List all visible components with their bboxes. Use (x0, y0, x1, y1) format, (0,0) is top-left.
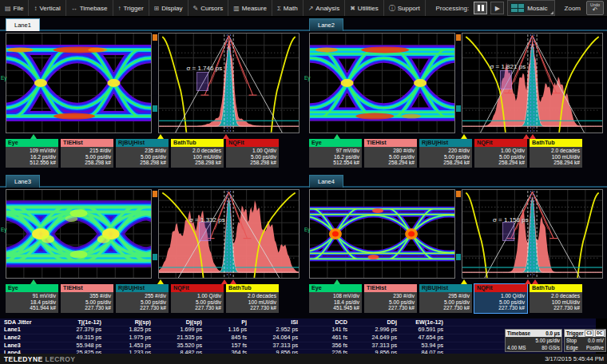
mosaic-select[interactable]: Mosaic (507, 0, 554, 16)
descriptor-rjbujhist[interactable]: RjBUjHist255 #/div5.00 ps/div227.730 k# (116, 284, 169, 313)
jitter-value: 1.453 ps (105, 342, 155, 350)
eye-marker-triangle (30, 279, 37, 284)
nqfit-bathtub-plot[interactable] (462, 189, 603, 279)
descriptor-bathtub[interactable]: BathTub2.0 decades100 mUI/div227.730 k# (530, 284, 582, 313)
descriptor-title: BathTub (171, 139, 224, 147)
lane-tab-lane2[interactable]: Lane2 (309, 18, 343, 31)
descriptor-value: 258.298 k# (63, 160, 111, 166)
descriptor-value: 227.730 k# (228, 305, 276, 311)
sigma-annotation: σ = 1.158 ps (493, 216, 529, 224)
jitter-table-title: SDA Jitter (0, 318, 53, 326)
jitter-value: 21.535 ps (155, 334, 206, 342)
descriptor-value: 451.945 k# (311, 305, 359, 311)
menu-item-cursors[interactable]: ✎Cursors (188, 0, 229, 16)
menu-item-display[interactable]: ⊞Display (149, 0, 188, 16)
menu-item-math[interactable]: ΣMath (272, 0, 304, 16)
play-button[interactable]: ▶ (490, 2, 504, 14)
menu-item-support[interactable]: ⓘSupport (384, 0, 426, 16)
eye-diagram-plot[interactable] (6, 189, 152, 279)
menu-item-trigger[interactable]: ↑Trigger (113, 0, 149, 16)
descriptor-tiehist[interactable]: TIEHist280 #/div5.00 ps/div258.294 k# (364, 139, 417, 168)
eye-diagram-plot[interactable] (309, 189, 455, 279)
descriptor-rjbujhist[interactable]: RjBUjHist235 #/div5.00 ps/div258.298 k# (116, 139, 169, 168)
descriptor-value: 108 mV/div (311, 293, 359, 299)
descriptor-value: 451.944 k# (8, 305, 56, 311)
menu-item-analysis[interactable]: ↗Analysis (304, 0, 346, 16)
descriptor-value: 100 mUI/div (532, 299, 580, 306)
descriptor-title: NQFit (226, 139, 279, 147)
descriptor-tiehist[interactable]: TIEHist230 #/div5.00 ps/div227.730 k# (364, 284, 417, 313)
undo-button[interactable]: Undo↶ (586, 1, 604, 15)
descriptor-title: RjBUjHist (419, 139, 472, 147)
eye-diagram-plot[interactable] (309, 33, 455, 133)
trigger-box[interactable]: TriggerC3DC Stop0.0 mV EdgePositive (564, 329, 606, 352)
pause-button[interactable] (474, 2, 487, 14)
jitter-row-name: Lane2 (0, 334, 53, 342)
menu-item-vertical[interactable]: ↕Vertical (29, 0, 65, 16)
vertical-icon: ↕ (34, 5, 37, 12)
descriptor-bathtub[interactable]: BathTub2.0 decades100 mUI/div258.294 k# (530, 139, 582, 168)
nqfit-bathtub-plot[interactable] (462, 33, 603, 133)
histogram-trace-marker (456, 254, 461, 260)
processing-label: Processing: (435, 5, 469, 12)
jitter-value: 47.654 ps (401, 334, 447, 342)
jitter-value: 157 fs (206, 342, 251, 350)
descriptor-bathtub[interactable]: BathTub2.0 decades100 mUI/div258.298 k# (171, 139, 224, 168)
menu-item-measure[interactable]: ▥Measure (228, 0, 272, 16)
descriptor-eye[interactable]: Eye109 mV/div16.2 ps/div512.556 k# (6, 139, 58, 168)
timebase-box[interactable]: Timebase0.0 µs 5.00 µs/div 4.00 MS80 GS/… (505, 329, 562, 352)
nqfit-bathtub-plot[interactable] (158, 189, 300, 279)
zoom-button[interactable]: Zoom (565, 5, 581, 12)
bathtub-marker-triangle (461, 279, 467, 284)
descriptor-bathtub[interactable]: BathTub2.0 decades100 mUI/div227.730 k# (226, 284, 279, 313)
menu-item-utilities[interactable]: ✖Utilities (345, 0, 383, 16)
eye-trace-label: Ey (1, 75, 7, 81)
descriptor-value: 1.00 Q/div (477, 293, 525, 299)
timebase-label: Timebase (507, 330, 530, 337)
lane-quadrant-lane3: Lane3σ = 1.332 psEyEye91 mV/div18.4 ps/d… (0, 174, 304, 318)
descriptor-title: Eye (6, 139, 58, 147)
descriptor-title: Eye (309, 139, 362, 147)
nqfit-marker-triangle (525, 279, 531, 284)
descriptor-nqfit[interactable]: NQFit1.00 Q/div5.00 ps/div227.730 k# (171, 284, 224, 313)
lane-tab-lane1[interactable]: Lane1 (6, 18, 40, 31)
cursors-icon: ✎ (193, 5, 199, 12)
timebase-rate: 80 GS/s (542, 344, 560, 351)
descriptor-value: 5.00 ps/div (118, 299, 166, 306)
descriptor-nqfit[interactable]: NQFit1.00 Q/div5.00 ps/div258.298 k# (226, 139, 279, 168)
descriptor-eye[interactable]: Eye97 mV/div16.2 ps/div512.554 k# (309, 139, 362, 168)
descriptor-row: Eye97 mV/div16.2 ps/div512.554 k#TIEHist… (309, 139, 582, 168)
descriptor-tiehist[interactable]: TIEHist215 #/div5.00 ps/div258.298 k# (61, 139, 113, 168)
descriptor-value: 2.0 decades (532, 293, 580, 299)
descriptor-rjbujhist[interactable]: RjBUjHist295 #/div5.00 ps/div227.730 k# (419, 284, 472, 313)
descriptor-rjbujhist[interactable]: RjBUjHist220 #/div5.00 ps/div258.294 k# (419, 139, 472, 168)
menu-item-timebase[interactable]: ↔Timebase (66, 0, 113, 16)
lane-quadrant-lane4: Lane4σ = 1.158 psEyEye108 mV/div18.4 ps/… (304, 174, 607, 318)
descriptor-value: 5.00 ps/div (173, 299, 221, 306)
descriptor-nqfit[interactable]: NQFit1.00 Q/div5.00 ps/div227.730 k# (474, 284, 527, 313)
jitter-value: 24.064 ps (251, 334, 302, 342)
nqfit-bathtub-plot[interactable] (158, 33, 300, 133)
descriptor-eye[interactable]: Eye91 mV/div18.4 ps/div451.944 k# (6, 284, 58, 313)
descriptor-nqfit[interactable]: NQFit1.00 Q/div5.00 ps/div258.294 k# (474, 139, 527, 168)
descriptor-eye[interactable]: Eye108 mV/div18.4 ps/div451.945 k# (309, 284, 362, 313)
menu-item-label: Utilities (358, 5, 379, 12)
descriptor-title: NQFit (171, 284, 224, 292)
descriptor-value: 5.00 ps/div (422, 154, 470, 160)
jitter-value: 37.313 ps (351, 342, 401, 350)
jitter-col-header: EW(1e-12) (401, 318, 447, 326)
descriptor-title: BathTub (530, 139, 582, 147)
eye-diagram-plot[interactable] (6, 33, 152, 133)
lane-tab-lane3[interactable]: Lane3 (6, 175, 40, 188)
timebase-icon: ↔ (71, 5, 77, 12)
descriptor-value: 5.00 ps/div (63, 154, 111, 160)
menu-item-file[interactable]: ▤File (0, 0, 29, 16)
descriptor-value: 227.730 k# (422, 305, 470, 311)
menubar: ▤File↕Vertical↔Timebase↑Trigger⊞Display✎… (0, 0, 607, 18)
lane-tab-lane4[interactable]: Lane4 (309, 175, 343, 188)
measure-icon: ▥ (233, 5, 240, 12)
descriptor-tiehist[interactable]: TIEHist355 #/div5.00 ps/div227.730 k# (61, 284, 113, 313)
dropdown-corner-icon (550, 11, 553, 14)
nqfit-marker-triangle (223, 134, 229, 139)
timebase-offset: 0.0 µs (546, 330, 560, 337)
